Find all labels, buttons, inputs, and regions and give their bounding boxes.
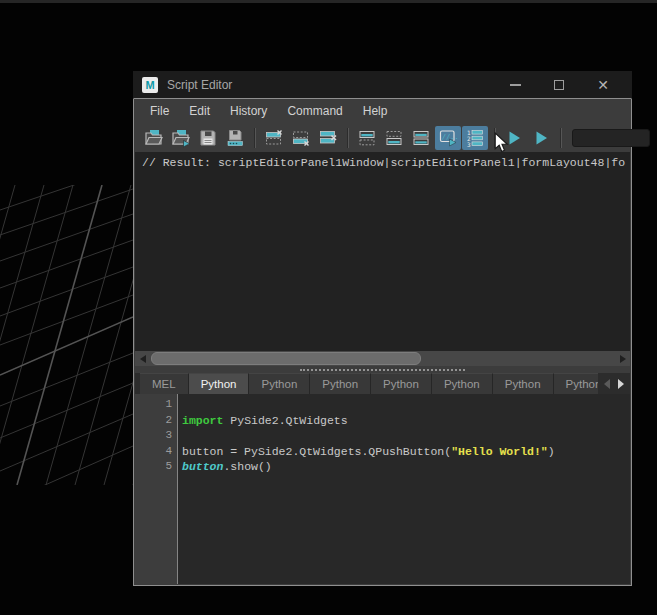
toolbar-separator	[560, 128, 562, 148]
maximize-icon	[554, 80, 564, 90]
tabs-scroll-area: MELPythonPythonPythonPythonPythonPythonP…	[135, 373, 598, 394]
background-window-edge	[0, 0, 657, 3]
maya-app-icon: M	[142, 77, 158, 93]
toolbar-separator	[347, 128, 349, 148]
source-script-icon	[171, 128, 191, 148]
tab-scroll-arrows	[598, 373, 630, 394]
clear-input-icon	[291, 128, 311, 148]
show-history-only-button[interactable]	[354, 126, 380, 150]
show-line-numbers-button[interactable]: 123	[462, 126, 488, 150]
save-script-to-shelf-icon	[225, 128, 245, 148]
script-input-editor[interactable]: 12345 import PySide2.QtWidgetsbutton = P…	[135, 394, 630, 584]
clear-all-icon	[318, 128, 338, 148]
splitter-handle-icon	[300, 369, 465, 371]
show-both-button[interactable]	[408, 126, 434, 150]
line-number: 2	[135, 413, 177, 429]
mouse-cursor-icon	[494, 132, 509, 154]
toolbar-groups: //..123	[141, 126, 555, 150]
execute-all-icon	[531, 128, 551, 148]
scroll-left-button[interactable]	[136, 351, 149, 366]
clear-history-button[interactable]	[261, 126, 287, 150]
code-segment-string: "Hello World!"	[451, 445, 548, 458]
tab-python-3[interactable]: Python	[310, 373, 371, 394]
code-segment-plain: button = PySide2.QtWidgets.QPushButton(	[182, 445, 451, 458]
code-segment-plain: .show()	[223, 460, 271, 473]
show-line-numbers-icon: 123	[465, 128, 485, 148]
pane-splitter[interactable]	[134, 366, 631, 373]
tab-scroll-right-button[interactable]	[618, 379, 624, 389]
save-script-button[interactable]	[195, 126, 221, 150]
history-pane[interactable]: // Result: scriptEditorPanel1Window|scri…	[135, 152, 630, 351]
script-editor-window: M Script Editor ✕ FileEditHistoryCommand…	[133, 71, 632, 586]
echo-all-commands-button[interactable]: //..	[435, 126, 461, 150]
tab-python-1[interactable]: Python	[189, 373, 250, 394]
script-search-input[interactable]	[572, 129, 650, 147]
window-title: Script Editor	[167, 78, 493, 92]
close-button[interactable]: ✕	[581, 71, 625, 98]
line-number: 4	[135, 444, 177, 460]
tab-scroll-left-button[interactable]	[604, 379, 610, 389]
maya-desktop: M Script Editor ✕ FileEditHistoryCommand…	[0, 0, 657, 615]
source-script-button[interactable]	[168, 126, 194, 150]
line-number-gutter: 12345	[135, 394, 178, 584]
scrollbar-thumb[interactable]	[151, 352, 421, 365]
tab-python-5[interactable]: Python	[432, 373, 493, 394]
show-input-only-button[interactable]	[381, 126, 407, 150]
line-number: 3	[135, 428, 177, 444]
maximize-button[interactable]	[537, 71, 581, 98]
toolbar-separator	[254, 128, 256, 148]
close-icon: ✕	[597, 78, 609, 92]
minimize-icon	[510, 84, 521, 86]
code-segment-keyword: import	[182, 414, 223, 427]
scroll-left-icon	[140, 355, 146, 363]
code-segment-plain: PySide2.QtWidgets	[223, 414, 347, 427]
execute-all-button[interactable]	[528, 126, 554, 150]
clear-history-icon	[264, 128, 284, 148]
script-tab-bar: MELPythonPythonPythonPythonPythonPythonP…	[135, 373, 630, 394]
code-line-4[interactable]: button = PySide2.QtWidgets.QPushButton("…	[182, 444, 630, 460]
tab-python-2[interactable]: Python	[249, 373, 310, 394]
scroll-right-icon	[620, 355, 626, 363]
tab-python-6[interactable]: Python	[493, 373, 554, 394]
echo-all-commands-icon: //..	[438, 128, 458, 148]
svg-text:3: 3	[467, 140, 471, 147]
menu-command[interactable]: Command	[277, 104, 352, 118]
save-script-to-shelf-button[interactable]	[222, 126, 248, 150]
viewport-grid	[0, 185, 133, 485]
show-both-icon	[411, 128, 431, 148]
tab-mel-0[interactable]: MEL	[140, 373, 189, 394]
code-line-2[interactable]: import PySide2.QtWidgets	[182, 413, 630, 429]
save-script-icon	[198, 128, 218, 148]
scroll-right-button[interactable]	[616, 351, 629, 366]
code-segment-object: button	[182, 460, 223, 473]
tab-python-7[interactable]: Python	[554, 373, 598, 394]
show-history-only-icon	[357, 128, 377, 148]
clear-all-button[interactable]	[315, 126, 341, 150]
code-line-3[interactable]	[182, 428, 630, 444]
menu-file[interactable]: File	[140, 104, 179, 118]
code-line-5[interactable]: button.show()	[182, 459, 630, 475]
code-area[interactable]: import PySide2.QtWidgetsbutton = PySide2…	[178, 394, 630, 584]
window-controls: ✕	[493, 71, 625, 98]
menu-edit[interactable]: Edit	[179, 104, 220, 118]
minimize-button[interactable]	[493, 71, 537, 98]
menu-history[interactable]: History	[220, 104, 277, 118]
show-input-only-icon	[384, 128, 404, 148]
menu-bar: FileEditHistoryCommandHelp	[134, 99, 631, 123]
toolbar: //..123	[134, 123, 631, 152]
code-line-1[interactable]	[182, 397, 630, 413]
tab-python-4[interactable]: Python	[371, 373, 432, 394]
title-bar[interactable]: M Script Editor ✕	[133, 71, 632, 99]
result-line: // Result: scriptEditorPanel1Window|scri…	[142, 156, 625, 169]
clear-input-button[interactable]	[288, 126, 314, 150]
load-script-icon	[144, 128, 164, 148]
menu-help[interactable]: Help	[353, 104, 398, 118]
load-script-button[interactable]	[141, 126, 167, 150]
line-number: 1	[135, 397, 177, 413]
history-horizontal-scrollbar[interactable]	[135, 351, 630, 366]
code-segment-plain: )	[548, 445, 555, 458]
line-number: 5	[135, 459, 177, 475]
